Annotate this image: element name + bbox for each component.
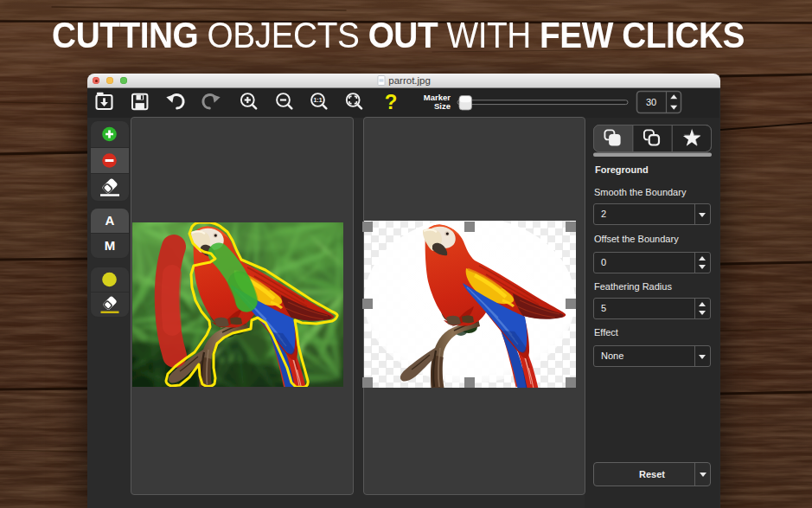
svg-text:Size: Size — [434, 101, 451, 111]
svg-text:1:1: 1:1 — [313, 97, 322, 103]
svg-text:?: ? — [385, 90, 398, 113]
svg-text:30: 30 — [646, 97, 656, 107]
